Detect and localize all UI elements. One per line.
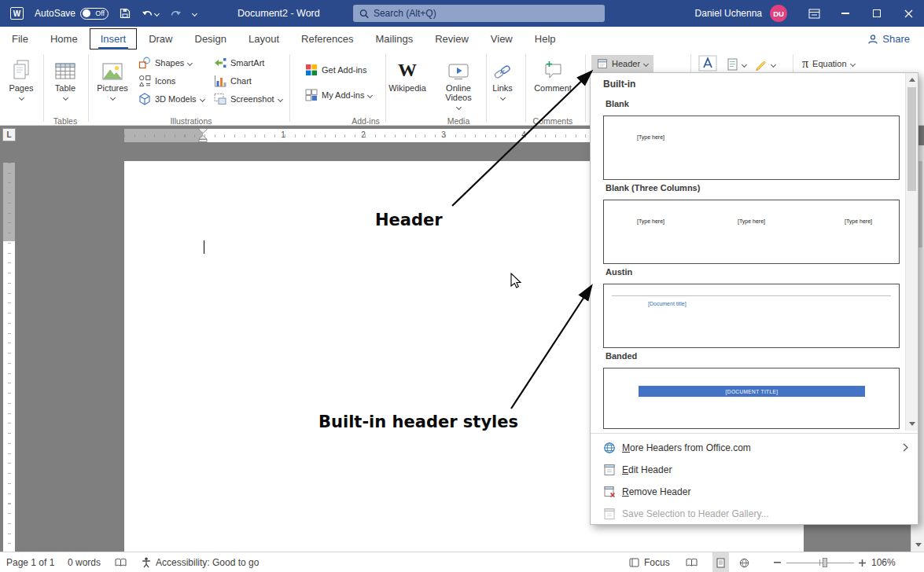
shapes-button[interactable]: Shapes [138, 54, 192, 72]
table-button[interactable]: Table [45, 53, 86, 119]
gallery-item-banded[interactable]: [DOCUMENT TITLE] [603, 368, 900, 429]
text-box-icon [698, 55, 717, 72]
wordart-button[interactable] [755, 56, 775, 73]
group-divider [525, 54, 526, 122]
gallery-item-blank-three-columns[interactable]: [Type here] [Type here] [Type here] [603, 200, 900, 264]
quick-parts-button[interactable] [727, 56, 746, 73]
zoom-level[interactable]: 106% [871, 552, 896, 572]
screenshot-button[interactable]: Screenshot [214, 90, 282, 108]
shapes-icon [138, 57, 151, 69]
tab-review[interactable]: Review [425, 29, 479, 49]
menu-item-save-selection[interactable]: Save Selection to Header Gallery... [591, 503, 918, 524]
menu-item-remove-header[interactable]: Remove Header [591, 481, 918, 502]
wikipedia-button[interactable]: W Wikipedia [387, 53, 428, 119]
text-box-button[interactable] [698, 54, 717, 72]
header-button[interactable]: Header [591, 55, 653, 72]
share-button[interactable]: Share [867, 33, 910, 45]
my-add-ins-icon [305, 89, 318, 101]
maximize-button[interactable] [861, 0, 893, 27]
user-name[interactable]: Daniel Uchenna [695, 8, 762, 19]
proofing-button[interactable] [115, 552, 127, 572]
tab-home[interactable]: Home [40, 29, 88, 49]
zoom-out-button[interactable] [774, 552, 781, 572]
word-count[interactable]: 0 words [68, 552, 101, 572]
tab-draw[interactable]: Draw [138, 29, 182, 49]
menu-item-edit-header[interactable]: Edit Header [591, 459, 918, 480]
get-add-ins-icon [305, 64, 318, 76]
icons-icon [138, 75, 151, 87]
proofing-book-icon [115, 558, 127, 567]
my-add-ins-button[interactable]: My Add-ins [305, 86, 372, 104]
close-button[interactable] [893, 0, 924, 27]
slider-thumb[interactable] [823, 558, 827, 567]
tab-design[interactable]: Design [185, 29, 237, 49]
gallery-item-blank[interactable]: [Type here] [603, 116, 900, 180]
focus-button[interactable]: Focus [629, 552, 670, 572]
smartart-button[interactable]: SmartArt [214, 54, 264, 72]
status-bar: Page 1 of 1 0 words Accessibility: Good … [0, 552, 924, 572]
read-mode-button[interactable] [686, 552, 698, 572]
accessibility-status[interactable]: Accessibility: Good to go [142, 552, 259, 572]
undo-button[interactable] [142, 9, 159, 19]
tab-references[interactable]: References [291, 29, 363, 49]
chevron-down-icon [278, 96, 283, 101]
gallery-item-austin[interactable]: [Document title] [603, 284, 900, 348]
online-videos-button[interactable]: Online Videos [438, 53, 479, 119]
tab-file[interactable]: File [2, 29, 39, 49]
icons-button[interactable]: Icons [138, 72, 175, 90]
save-gallery-icon [603, 508, 616, 520]
maximize-icon [873, 9, 881, 17]
scroll-down-button[interactable] [911, 538, 924, 552]
pages-button[interactable]: Pages [1, 53, 42, 119]
redo-button[interactable] [170, 9, 182, 19]
banded-bar: [DOCUMENT TITLE] [639, 386, 865, 397]
equation-button[interactable]: π Equation [802, 55, 855, 72]
autosave-label: AutoSave [35, 8, 75, 19]
chevron-down-icon [109, 95, 115, 101]
search-box[interactable] [353, 5, 605, 22]
autosave-toggle[interactable]: AutoSave Off [35, 8, 109, 20]
chevron-down-icon [849, 60, 855, 66]
read-mode-icon [686, 558, 698, 567]
wordart-icon [755, 58, 768, 71]
tab-help[interactable]: Help [525, 29, 566, 49]
scrollbar-thumb[interactable] [907, 87, 916, 191]
save-button[interactable] [120, 8, 131, 19]
search-icon [359, 9, 369, 19]
tab-insert[interactable]: Insert [90, 28, 138, 50]
chevron-down-icon [187, 60, 193, 65]
ribbon-display-options-button[interactable] [798, 0, 830, 27]
autosave-switch[interactable]: Off [80, 8, 109, 20]
pictures-button[interactable]: Pictures [92, 53, 133, 119]
tab-mailings[interactable]: Mailings [366, 29, 424, 49]
3d-models-button[interactable]: 3D Models [138, 90, 204, 108]
chart-button[interactable]: Chart [214, 72, 252, 90]
links-button[interactable]: Links [482, 53, 523, 119]
menu-item-more-headers[interactable]: More Headers from Office.com [591, 437, 918, 458]
focus-icon [629, 558, 639, 567]
quick-access-menu-button[interactable] [193, 12, 197, 16]
ruler-ticks [8, 163, 11, 552]
vertical-ruler[interactable] [3, 163, 15, 552]
scroll-up-button[interactable] [906, 73, 918, 86]
tab-stop-selector[interactable]: L [2, 128, 16, 141]
scroll-down-button[interactable] [906, 417, 918, 431]
tab-view[interactable]: View [480, 29, 523, 49]
comment-button[interactable]: Comment [532, 53, 573, 119]
zoom-in-button[interactable] [859, 552, 866, 572]
search-input[interactable] [374, 8, 598, 19]
avatar[interactable]: DU [770, 5, 787, 22]
get-add-ins-button[interactable]: Get Add-ins [305, 61, 366, 79]
minimize-icon [841, 13, 849, 13]
indent-markers[interactable] [198, 128, 208, 143]
remove-header-icon [603, 486, 616, 498]
zoom-slider[interactable] [786, 552, 854, 572]
gallery-scrollbar[interactable] [905, 73, 918, 431]
page-indicator[interactable]: Page 1 of 1 [6, 552, 54, 572]
web-layout-button[interactable] [739, 552, 749, 572]
word-app-icon[interactable]: W [10, 7, 24, 20]
builtin-section-title: Built-in [603, 79, 635, 90]
print-layout-button[interactable] [712, 552, 729, 572]
tab-layout[interactable]: Layout [238, 29, 289, 49]
minimize-button[interactable] [830, 0, 861, 27]
